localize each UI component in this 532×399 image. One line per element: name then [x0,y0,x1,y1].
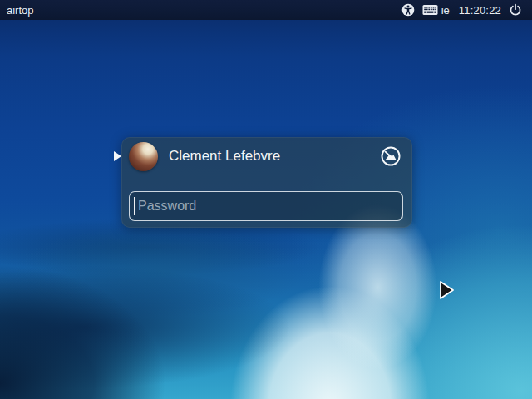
accessibility-menu[interactable] [401,3,415,17]
clock-label: 11:20:22 [459,4,501,17]
power-icon [509,3,522,17]
user-row[interactable]: Clement Lefebvre [129,140,401,172]
password-field [129,191,403,221]
greeter-top-panel: airtop [0,0,532,20]
hostname-label: airtop [7,4,34,17]
mouse-pointer-icon [437,279,456,306]
username-label: Clement Lefebvre [169,148,381,165]
login-dialog: Clement Lefebvre [121,137,412,228]
password-input[interactable] [129,191,403,221]
power-menu[interactable] [509,3,522,17]
session-badge-button[interactable] [381,146,401,166]
panel-indicators: ie 11:20:22 [401,3,522,17]
keyboard-layout-label: ie [441,4,450,17]
accessibility-icon [401,3,415,17]
selected-user-triangle-icon [114,151,121,161]
user-avatar-icon [129,142,158,171]
keyboard-icon [422,4,438,16]
keyboard-layout-menu[interactable]: ie [422,4,450,17]
text-caret [134,197,135,215]
mountain-session-badge-icon [381,146,401,166]
